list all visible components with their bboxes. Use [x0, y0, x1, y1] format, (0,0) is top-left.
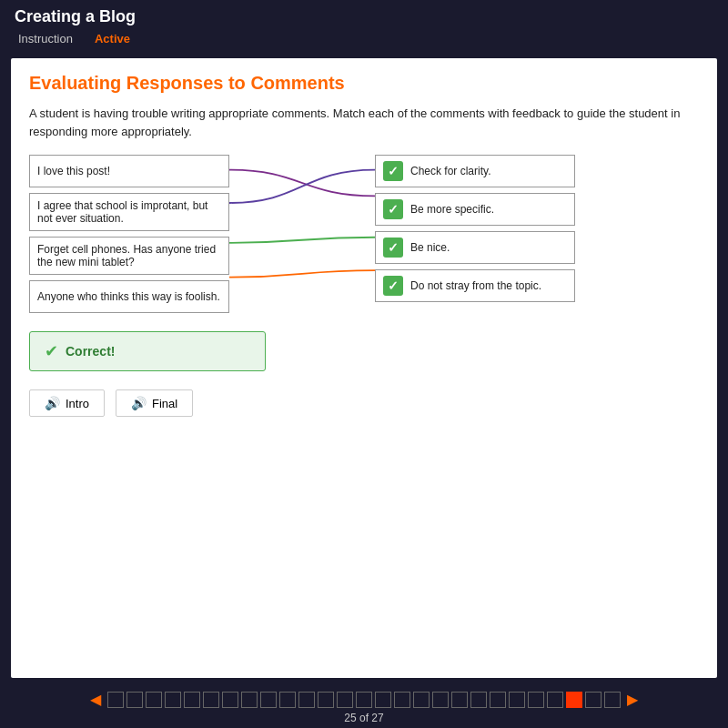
- section-title: Evaluating Responses to Comments: [29, 73, 699, 94]
- main-content: Evaluating Responses to Comments A stude…: [11, 58, 717, 678]
- nav-tab-active[interactable]: Active: [91, 30, 134, 47]
- progress-square-25[interactable]: [566, 692, 582, 708]
- progress-square-14[interactable]: [356, 692, 372, 708]
- check-4: [383, 276, 403, 296]
- left-item-2[interactable]: I agree that school is improtant, but no…: [29, 193, 229, 231]
- progress-square-9[interactable]: [260, 692, 277, 708]
- progress-square-13[interactable]: [337, 692, 353, 708]
- progress-bar-area: ◀ ▶ 25 of 27: [0, 685, 728, 728]
- intro-label: Intro: [66, 397, 89, 410]
- progress-square-3[interactable]: [146, 692, 162, 708]
- right-item-3-text: Be nice.: [410, 241, 450, 254]
- correct-text: Correct!: [66, 344, 115, 359]
- matching-area: I love this post! I agree that school is…: [29, 155, 699, 313]
- left-item-1[interactable]: I love this post!: [29, 155, 229, 187]
- progress-square-6[interactable]: [203, 692, 219, 708]
- progress-square-27[interactable]: [604, 692, 621, 708]
- next-arrow[interactable]: ▶: [623, 691, 642, 708]
- progress-square-15[interactable]: [375, 692, 391, 708]
- right-item-4-text: Do not stray from the topic.: [410, 279, 541, 292]
- progress-square-5[interactable]: [184, 692, 200, 708]
- top-bar: Creating a Blog Instruction Active: [0, 0, 728, 51]
- check-2: [383, 199, 403, 219]
- progress-square-23[interactable]: [528, 692, 544, 708]
- right-item-1-text: Check for clarity.: [410, 165, 490, 177]
- right-item-2[interactable]: Be more specific.: [375, 193, 575, 226]
- app-title: Creating a Blog: [15, 7, 713, 26]
- right-items: Check for clarity. Be more specific. Be …: [375, 155, 575, 313]
- progress-square-22[interactable]: [509, 692, 525, 708]
- progress-square-8[interactable]: [241, 692, 258, 708]
- right-item-1[interactable]: Check for clarity.: [375, 155, 575, 187]
- progress-label: 25 of 27: [344, 712, 383, 724]
- prev-arrow[interactable]: ◀: [86, 691, 105, 708]
- progress-square-2[interactable]: [126, 692, 143, 708]
- check-1: [383, 161, 403, 181]
- progress-square-7[interactable]: [222, 692, 238, 708]
- progress-square-1[interactable]: [107, 692, 124, 708]
- nav-tab-instruction[interactable]: Instruction: [15, 30, 76, 47]
- correct-icon: ✔: [45, 341, 58, 361]
- progress-square-12[interactable]: [318, 692, 334, 708]
- progress-square-21[interactable]: [490, 692, 506, 708]
- intro-speaker-icon: 🔊: [45, 396, 60, 410]
- progress-square-17[interactable]: [413, 692, 430, 708]
- final-button[interactable]: 🔊 Final: [116, 389, 193, 417]
- progress-squares: ◀ ▶: [86, 691, 642, 708]
- final-label: Final: [152, 397, 177, 410]
- progress-square-24[interactable]: [547, 692, 563, 708]
- progress-square-26[interactable]: [585, 692, 602, 708]
- right-item-4[interactable]: Do not stray from the topic.: [375, 269, 575, 302]
- bottom-buttons: 🔊 Intro 🔊 Final: [29, 389, 699, 417]
- progress-square-10[interactable]: [279, 692, 296, 708]
- progress-square-20[interactable]: [470, 692, 487, 708]
- nav-tabs: Instruction Active: [15, 30, 713, 47]
- left-item-4[interactable]: Anyone who thinks this way is foolish.: [29, 280, 229, 313]
- final-speaker-icon: 🔊: [131, 396, 147, 410]
- squares-container: [107, 692, 621, 708]
- intro-button[interactable]: 🔊 Intro: [29, 389, 105, 417]
- progress-square-18[interactable]: [432, 692, 449, 708]
- connector-svg: [229, 155, 375, 313]
- correct-banner: ✔ Correct!: [29, 331, 266, 371]
- left-item-3[interactable]: Forget cell phones. Has anyone tried the…: [29, 237, 229, 275]
- left-items: I love this post! I agree that school is…: [29, 155, 229, 313]
- instructions: A student is having trouble writing appr…: [29, 105, 699, 140]
- progress-square-11[interactable]: [298, 692, 315, 708]
- progress-square-19[interactable]: [451, 692, 468, 708]
- right-item-3[interactable]: Be nice.: [375, 231, 575, 264]
- right-item-2-text: Be more specific.: [410, 203, 494, 216]
- progress-square-4[interactable]: [165, 692, 181, 708]
- connector-area: [229, 155, 375, 313]
- progress-square-16[interactable]: [394, 692, 410, 708]
- check-3: [383, 238, 403, 258]
